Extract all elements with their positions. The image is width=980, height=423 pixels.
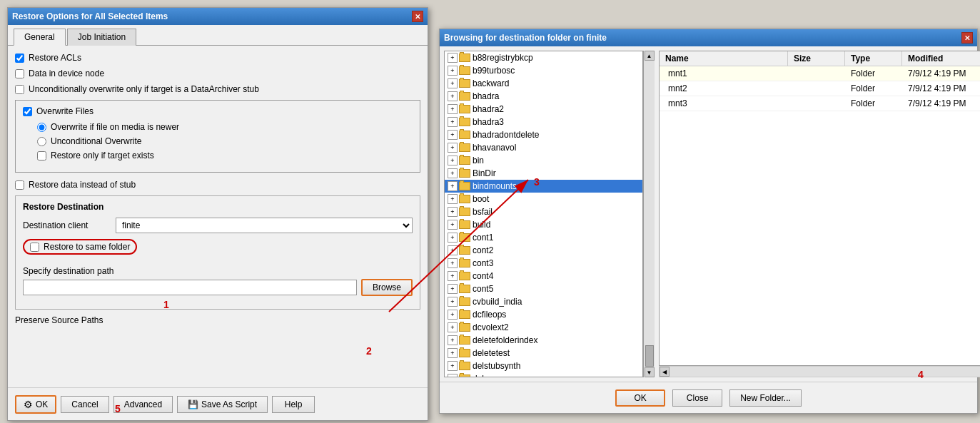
tree-expand-icon[interactable]: + — [448, 117, 458, 127]
tree-item[interactable]: +deletefolderindex — [445, 334, 642, 347]
restore-close-button[interactable]: ✕ — [412, 11, 423, 22]
tree-expand-icon[interactable]: + — [448, 53, 458, 63]
tree-expand-icon[interactable]: + — [448, 66, 458, 76]
restore-acls-row: Restore ACLs — [15, 53, 420, 63]
new-folder-button[interactable]: New Folder... — [729, 389, 802, 407]
tree-expand-icon[interactable]: + — [448, 91, 458, 101]
hscroll-left[interactable]: ◀ — [660, 367, 670, 377]
browse-ok-button[interactable]: OK — [615, 389, 665, 407]
tree-expand-icon[interactable]: + — [448, 78, 458, 88]
folder-icon — [459, 156, 470, 165]
data-device-checkbox[interactable] — [15, 69, 24, 78]
tree-expand-icon[interactable]: + — [448, 284, 458, 294]
tree-item[interactable]: +bhadra3 — [445, 116, 642, 128]
restore-same-folder-checkbox[interactable] — [30, 243, 39, 252]
tree-item[interactable]: +bhadra2 — [445, 103, 642, 116]
tree-item[interactable]: +cont3 — [445, 257, 642, 270]
tab-bar: General Job Initiation — [8, 25, 428, 46]
tree-expand-icon[interactable]: + — [448, 271, 458, 281]
overwrite-newer-radio[interactable] — [37, 123, 46, 132]
file-row[interactable]: mnt2Folder7/9/12 4:19 PM — [660, 81, 980, 96]
tab-general[interactable]: General — [14, 29, 66, 46]
restore-target-checkbox[interactable] — [37, 151, 46, 160]
tree-expand-icon[interactable]: + — [448, 143, 458, 153]
file-row[interactable]: mnt1Folder7/9/12 4:19 PM — [660, 66, 980, 81]
file-name-cell: mnt3 — [665, 98, 791, 109]
help-button[interactable]: Help — [272, 396, 315, 413]
tree-expand-icon[interactable]: + — [448, 168, 458, 178]
tree-expand-icon[interactable]: + — [448, 335, 458, 345]
tree-item[interactable]: +bin — [445, 154, 642, 167]
tree-item[interactable]: +delsynnew — [445, 372, 642, 377]
tree-expand-icon[interactable]: + — [448, 104, 458, 114]
tree-expand-icon[interactable]: + — [448, 181, 458, 191]
folder-tree[interactable]: +b88registrybkcp+b99turbosc+backward+bha… — [444, 51, 643, 377]
tree-expand-icon[interactable]: + — [448, 258, 458, 268]
browse-close-btn[interactable]: Close — [672, 389, 722, 407]
ok-button[interactable]: ⚙ OK — [15, 395, 56, 414]
tree-expand-icon[interactable]: + — [448, 156, 458, 165]
tree-expand-icon[interactable]: + — [448, 220, 458, 230]
tree-expand-icon[interactable]: + — [448, 348, 458, 358]
tree-item[interactable]: +boot — [445, 193, 642, 205]
tab-job-initiation[interactable]: Job Initiation — [67, 29, 136, 46]
dest-client-dropdown[interactable]: finite — [116, 218, 413, 233]
restore-target-label: Restore only if target exists — [51, 151, 154, 160]
tree-item[interactable]: +b99turbosc — [445, 64, 642, 77]
browse-button[interactable]: Browse — [361, 279, 413, 296]
tree-item[interactable]: +build — [445, 218, 642, 231]
tree-item[interactable]: +backward — [445, 77, 642, 90]
tree-item[interactable]: +bindmounts — [445, 180, 642, 193]
tree-item[interactable]: +bhavanavol — [445, 141, 642, 154]
folder-icon — [459, 220, 470, 229]
tree-item[interactable]: +cont4 — [445, 270, 642, 282]
advanced-button[interactable]: Advanced — [113, 396, 173, 413]
file-name-cell: mnt2 — [665, 83, 791, 94]
tree-expand-icon[interactable]: + — [448, 130, 458, 140]
cancel-button[interactable]: Cancel — [61, 396, 108, 413]
tree-item[interactable]: +cont1 — [445, 231, 642, 244]
save-script-button[interactable]: 💾 Save As Script — [177, 396, 268, 413]
tree-item[interactable]: +BinDir — [445, 167, 642, 180]
tree-item[interactable]: +cvbuild_india — [445, 295, 642, 308]
tree-item[interactable]: +deletetest — [445, 347, 642, 360]
restore-stub-checkbox[interactable] — [15, 180, 24, 190]
tree-expand-icon[interactable]: + — [448, 361, 458, 371]
tree-expand-icon[interactable]: + — [448, 194, 458, 204]
restore-acls-checkbox[interactable] — [15, 53, 24, 63]
restore-target-row: Restore only if target exists — [37, 151, 413, 160]
tree-item[interactable]: +bhadradontdelete — [445, 128, 642, 141]
tree-item[interactable]: +cont2 — [445, 244, 642, 257]
tree-item[interactable]: +bhadra — [445, 90, 642, 103]
browse-close-button[interactable]: ✕ — [961, 32, 973, 44]
tree-item-label: bhadra3 — [473, 117, 504, 127]
tree-item-label: dcfileops — [473, 310, 506, 320]
file-hscrollbar[interactable]: ◀ ▶ — [659, 366, 980, 377]
tree-scrollbar[interactable]: ▲ ▼ — [643, 51, 655, 377]
file-row[interactable]: mnt3Folder7/9/12 4:19 PM — [660, 96, 980, 111]
overwrite-newer-label: Overwrite if file on media is newer — [51, 122, 179, 132]
overwrite-files-checkbox[interactable] — [23, 107, 32, 116]
tree-expand-icon[interactable]: + — [448, 297, 458, 307]
scroll-down-arrow[interactable]: ▼ — [645, 367, 655, 377]
tree-expand-icon[interactable]: + — [448, 374, 458, 377]
destination-path-input[interactable] — [23, 280, 357, 295]
tree-expand-icon[interactable]: + — [448, 233, 458, 243]
unconditional-overwrite-radio[interactable] — [37, 137, 46, 146]
tree-item[interactable]: +delstubsynth — [445, 360, 642, 372]
annotation-5: 5 — [115, 403, 121, 414]
tree-item[interactable]: +cont5 — [445, 282, 642, 295]
tree-expand-icon[interactable]: + — [448, 245, 458, 255]
unconditional-checkbox[interactable] — [15, 85, 24, 94]
tree-item[interactable]: +bsfail — [445, 205, 642, 218]
file-header: Name Size Type Modified ▼ — [660, 51, 980, 66]
browse-title-bar: Browsing for destination folder on finit… — [440, 29, 977, 46]
tree-expand-icon[interactable]: + — [448, 322, 458, 332]
tree-item[interactable]: +dcvolext2 — [445, 321, 642, 334]
tree-item[interactable]: +dcfileops — [445, 308, 642, 321]
tree-expand-icon[interactable]: + — [448, 207, 458, 217]
tree-expand-icon[interactable]: + — [448, 310, 458, 320]
data-device-label: Data in device node — [29, 68, 104, 78]
scroll-up-arrow[interactable]: ▲ — [645, 51, 655, 61]
tree-item[interactable]: +b88registrybkcp — [445, 51, 642, 64]
